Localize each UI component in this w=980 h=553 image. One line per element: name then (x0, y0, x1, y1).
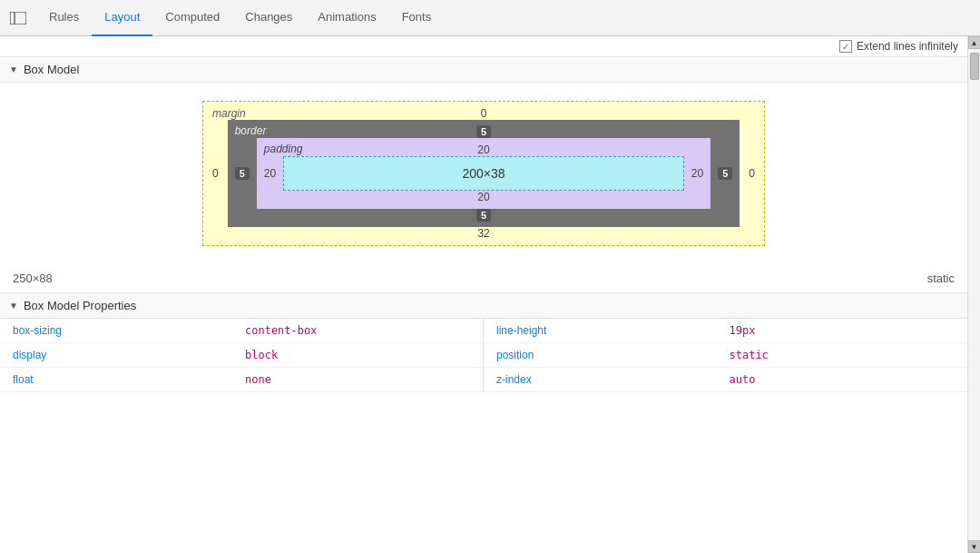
prop-value-float: none (245, 371, 470, 388)
props-row-3: float none z-index auto (0, 368, 967, 392)
padding-left-value: 20 (257, 156, 283, 191)
prop-name-z-index: z-index (496, 371, 722, 388)
box-model-properties-title: Box Model Properties (24, 299, 136, 312)
border-bottom-value: 5 (228, 209, 740, 227)
scroll-track[interactable] (968, 49, 981, 540)
border-box: border 5 5 paddi (228, 120, 740, 227)
props-right-3: z-index auto (484, 368, 967, 391)
props-collapse-triangle-icon: ▼ (9, 301, 18, 311)
prop-name-float: float (13, 371, 238, 388)
margin-left-value: 0 (203, 120, 228, 227)
margin-box: margin 0 0 border 5 (202, 101, 765, 246)
props-left-2: display block (0, 343, 484, 367)
collapse-triangle-icon: ▼ (9, 64, 18, 74)
border-top-value: 5 (228, 120, 740, 138)
scroll-up-button[interactable]: ▲ (968, 36, 981, 49)
scroll-down-button[interactable]: ▼ (968, 540, 981, 553)
box-model-container: margin 0 0 border 5 (0, 83, 967, 264)
left-panel: Extend lines infinitely ▼ Box Model marg… (0, 36, 967, 553)
padding-box: padding 20 20 200×38 20 (257, 138, 710, 209)
box-model-diagram: margin 0 0 border 5 (202, 101, 765, 246)
box-model-section-header[interactable]: ▼ Box Model (0, 57, 967, 83)
element-position: static (927, 272, 955, 285)
padding-top-value: 20 (257, 138, 710, 156)
props-right-2: position static (484, 343, 967, 367)
prop-name-box-sizing: box-sizing (13, 322, 238, 339)
extend-lines-row: Extend lines infinitely (0, 36, 967, 57)
dimensions-row: 250×88 static (0, 264, 967, 293)
extend-lines-checkbox[interactable] (839, 40, 852, 53)
svg-rect-0 (10, 12, 26, 25)
extend-lines-label: Extend lines infinitely (857, 40, 958, 53)
box-model-properties-header[interactable]: ▼ Box Model Properties (0, 293, 967, 319)
padding-label: padding (264, 143, 303, 155)
main-content: Extend lines infinitely ▼ Box Model marg… (0, 36, 980, 553)
element-size: 250×88 (13, 272, 53, 285)
content-size: 200×38 (462, 166, 505, 181)
prop-name-position: position (496, 347, 722, 363)
border-label: border (235, 124, 267, 137)
prop-value-box-sizing: content-box (245, 322, 470, 339)
prop-name-display: display (13, 347, 238, 363)
padding-right-value: 20 (684, 156, 710, 191)
properties-section: box-sizing content-box line-height 19px … (0, 319, 967, 392)
prop-name-line-height: line-height (496, 322, 722, 339)
props-row-1: box-sizing content-box line-height 19px (0, 319, 967, 343)
panel-icon (10, 12, 26, 25)
padding-bottom-value: 20 (257, 191, 710, 209)
tab-rules[interactable]: Rules (36, 0, 92, 36)
border-sides: 5 padding 20 20 (228, 138, 740, 209)
panel-toggle-button[interactable] (4, 4, 33, 33)
margin-right-value: 0 (740, 120, 764, 227)
props-row-2: display block position static (0, 343, 967, 368)
prop-value-z-index: auto (730, 371, 956, 388)
props-left-3: float none (0, 368, 484, 391)
prop-value-line-height: 19px (730, 322, 956, 339)
tab-animations[interactable]: Animations (305, 0, 388, 36)
prop-value-display: block (245, 347, 470, 363)
padding-sides: 20 200×38 20 (257, 156, 710, 191)
props-left-1: box-sizing content-box (0, 319, 484, 342)
tab-layout[interactable]: Layout (92, 0, 152, 36)
tab-fonts[interactable]: Fonts (389, 0, 445, 36)
box-model-title: Box Model (24, 63, 79, 76)
margin-bottom-value: 32 (203, 227, 764, 245)
prop-value-position: static (730, 347, 956, 363)
margin-top-value: 0 (203, 102, 764, 120)
scroll-thumb[interactable] (970, 53, 979, 80)
border-right-value: 5 (710, 138, 740, 209)
top-nav-bar: Rules Layout Computed Changes Animations… (0, 0, 980, 36)
props-right-1: line-height 19px (484, 319, 967, 342)
tab-computed[interactable]: Computed (152, 0, 232, 36)
margin-sides: 0 border 5 5 (203, 120, 764, 227)
margin-label: margin (212, 107, 246, 120)
content-box: 200×38 (283, 156, 684, 191)
tab-changes[interactable]: Changes (232, 0, 305, 36)
scrollbar[interactable]: ▲ ▼ (967, 36, 980, 553)
border-left-value: 5 (228, 138, 257, 209)
